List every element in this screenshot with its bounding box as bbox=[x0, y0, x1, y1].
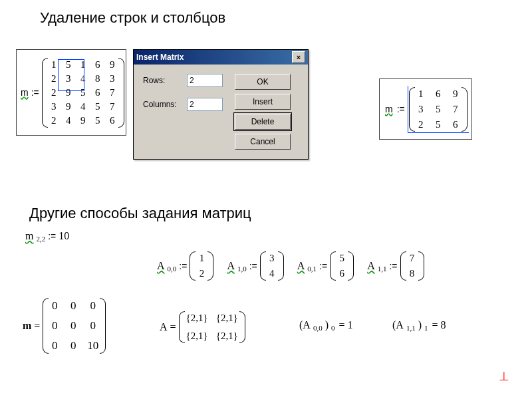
heading-delete-rows-cols: Удаление строк и столбцов bbox=[40, 9, 225, 27]
matrix-m-define-3x3: m := 169357256 bbox=[379, 78, 472, 140]
insert-matrix-dialog: Insert Matrix × Rows: Columns: OK Insert… bbox=[133, 49, 309, 160]
assign-op: := bbox=[31, 87, 39, 98]
matrix-cell: 8 bbox=[93, 73, 102, 84]
matrix-cell: 9 bbox=[108, 59, 117, 70]
matrix-cell: 0 bbox=[50, 299, 59, 313]
matrix-cell: 4 bbox=[78, 101, 88, 112]
matrix-cell: 1 bbox=[416, 88, 426, 100]
matrix-cell: {2,1} bbox=[186, 331, 208, 342]
matrix-cell: {2,1} bbox=[216, 313, 238, 324]
delete-button[interactable]: Delete bbox=[235, 114, 291, 130]
matrix-cell: 2 bbox=[416, 119, 426, 130]
matrix-cell: 7 bbox=[108, 87, 117, 98]
matrix-cell: 2 bbox=[49, 73, 59, 84]
vector-assignment: A0,1:=56 bbox=[297, 251, 354, 281]
elem-A00-0: (A0,0)0 = 1 bbox=[299, 319, 353, 331]
matrix-cell: 1 bbox=[78, 59, 88, 70]
matrix-cell: 2 bbox=[197, 268, 206, 279]
matrix-var-m: m bbox=[21, 87, 29, 98]
matrix-cell: 10 bbox=[87, 339, 98, 352]
vector-assignment: A1,1:=78 bbox=[367, 251, 424, 281]
matrix-cell: 6 bbox=[337, 268, 346, 279]
matrix-cell: 6 bbox=[93, 87, 102, 98]
dialog-title: Insert Matrix bbox=[136, 53, 184, 62]
matrix-cell: {2,1} bbox=[186, 313, 208, 324]
assign-m22: m2,2 := 10 bbox=[25, 230, 69, 242]
ok-button[interactable]: OK bbox=[235, 74, 291, 90]
matrix-cell: 4 bbox=[267, 268, 277, 279]
matrix-cell: 9 bbox=[64, 101, 73, 112]
assign-op: := bbox=[397, 104, 405, 114]
matrix-cell: 0 bbox=[50, 319, 59, 332]
matrix-cell: 3 bbox=[64, 73, 73, 84]
matrix-cell: 6 bbox=[93, 59, 102, 70]
matrix-cell: 6 bbox=[108, 115, 117, 126]
matrix-5x5: 1516923483295673945724956 bbox=[42, 58, 124, 128]
matrix-cell: 7 bbox=[108, 101, 117, 112]
matrix-cell: 4 bbox=[64, 115, 73, 126]
matrix-cell: 8 bbox=[408, 268, 417, 279]
matrix-cell: 5 bbox=[93, 115, 102, 126]
matrix-cell: 7 bbox=[451, 104, 460, 115]
matrix-cell: 6 bbox=[451, 119, 460, 130]
rows-label: Rows: bbox=[143, 76, 180, 85]
A-result: A = {2,1}{2,1}{2,1}{2,1} bbox=[160, 311, 245, 343]
matrix-var-m: m bbox=[385, 104, 393, 114]
matrix-cell: 4 bbox=[78, 73, 88, 84]
columns-input[interactable] bbox=[187, 98, 223, 111]
heading-other-methods: Другие способы задания матриц bbox=[29, 205, 251, 222]
matrix-cell: 0 bbox=[68, 319, 78, 332]
matrix-cell: 5 bbox=[64, 59, 73, 70]
matrix-cell: 2 bbox=[49, 115, 59, 126]
matrix-cell: 5 bbox=[434, 119, 443, 130]
matrix-m-define-5x5: m := 1516923483295673945724956 bbox=[16, 49, 126, 136]
matrix-cell: 0 bbox=[68, 299, 78, 313]
rows-input[interactable] bbox=[187, 74, 223, 87]
matrix-cell: 3 bbox=[49, 101, 59, 112]
matrix-cell: {2,1} bbox=[216, 331, 238, 342]
vector-assignment: A0,0:=12 bbox=[157, 251, 213, 281]
matrix-cell: 1 bbox=[49, 59, 59, 70]
matrix-cell: 3 bbox=[416, 104, 426, 115]
matrix-cell: 0 bbox=[68, 339, 78, 352]
columns-label: Columns: bbox=[143, 100, 180, 109]
matrix-cell: 7 bbox=[408, 253, 417, 264]
vector-assignments-row: A0,0:=12A1,0:=34A0,1:=56A1,1:=78 bbox=[157, 251, 424, 281]
cancel-button[interactable]: Cancel bbox=[235, 134, 291, 150]
insert-button[interactable]: Insert bbox=[235, 94, 291, 110]
close-icon[interactable]: × bbox=[292, 51, 305, 63]
vector-assignment: A1,0:=34 bbox=[227, 251, 283, 281]
matrix-cell: 9 bbox=[64, 87, 73, 98]
matrix-cell: 5 bbox=[93, 101, 102, 112]
matrix-cell: 3 bbox=[108, 73, 117, 84]
matrix-cell: 9 bbox=[451, 88, 460, 100]
m-result: m = 0000000010 bbox=[23, 298, 106, 354]
dialog-titlebar[interactable]: Insert Matrix × bbox=[134, 50, 308, 65]
matrix-cell: 5 bbox=[434, 104, 443, 115]
elem-A11-1: (A1,1)1 = 8 bbox=[392, 319, 446, 331]
matrix-cell: 9 bbox=[78, 115, 88, 126]
matrix-cell: 3 bbox=[267, 253, 277, 264]
trailing-cursor-icon: ⊥ bbox=[499, 369, 509, 384]
matrix-cell: 5 bbox=[337, 253, 346, 264]
matrix-cell: 6 bbox=[434, 88, 443, 100]
matrix-cell: 5 bbox=[78, 87, 88, 98]
matrix-cell: 1 bbox=[197, 253, 206, 264]
matrix-cell: 0 bbox=[88, 319, 98, 332]
matrix-cell: 0 bbox=[88, 299, 98, 313]
matrix-cell: 2 bbox=[49, 87, 59, 98]
matrix-cell: 0 bbox=[50, 339, 59, 352]
matrix-3x3: 169357256 bbox=[409, 87, 467, 132]
